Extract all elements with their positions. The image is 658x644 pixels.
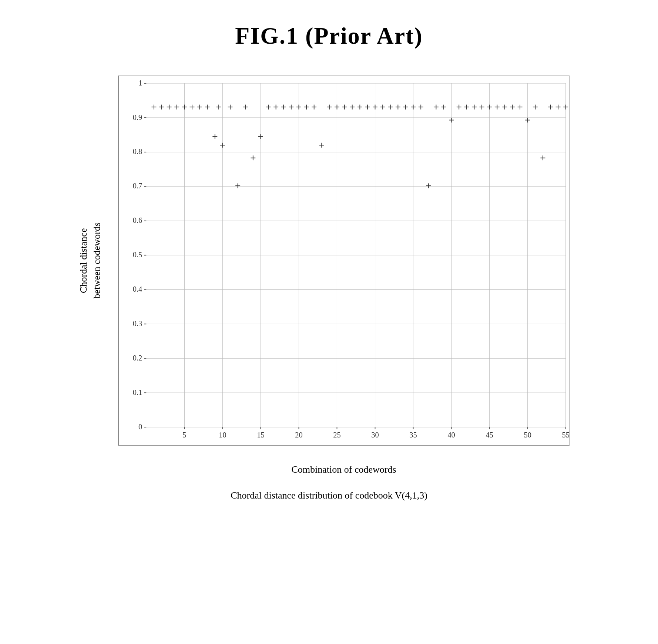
svg-text:55: 55 xyxy=(562,431,569,439)
svg-text:40: 40 xyxy=(447,431,455,439)
svg-text:45: 45 xyxy=(486,431,493,439)
svg-text:15: 15 xyxy=(257,431,264,439)
svg-text:0.9: 0.9 xyxy=(133,113,142,121)
chart-svg: 00.10.20.30.40.50.60.70.80.9151015202530… xyxy=(119,76,569,445)
svg-text:0.1: 0.1 xyxy=(133,388,142,396)
y-axis-label: Chordal distance between codewords xyxy=(70,76,111,446)
svg-text:1: 1 xyxy=(138,79,142,87)
svg-text:0.5: 0.5 xyxy=(133,251,142,259)
svg-text:0.6: 0.6 xyxy=(133,216,142,224)
svg-text:0: 0 xyxy=(138,423,142,431)
svg-text:0.7: 0.7 xyxy=(133,182,142,190)
svg-text:5: 5 xyxy=(182,431,186,439)
x-axis-label: Combination of codewords xyxy=(118,464,570,475)
chart-area: 00.10.20.30.40.50.60.70.80.9151015202530… xyxy=(118,76,570,446)
svg-text:0.3: 0.3 xyxy=(133,319,142,328)
svg-text:30: 30 xyxy=(371,431,379,439)
chart-container: Chordal distance between codewords 00.10… xyxy=(70,64,588,509)
svg-text:0.8: 0.8 xyxy=(133,147,142,155)
page-title: FIG.1 (Prior Art) xyxy=(235,22,423,50)
svg-text:25: 25 xyxy=(333,431,340,439)
svg-text:10: 10 xyxy=(219,431,226,439)
svg-text:0.4: 0.4 xyxy=(133,285,142,293)
svg-text:20: 20 xyxy=(295,431,302,439)
svg-text:35: 35 xyxy=(409,431,417,439)
svg-text:50: 50 xyxy=(524,431,531,439)
chart-subtitle: Chordal distance distribution of codeboo… xyxy=(70,490,588,501)
svg-text:0.2: 0.2 xyxy=(133,354,142,362)
